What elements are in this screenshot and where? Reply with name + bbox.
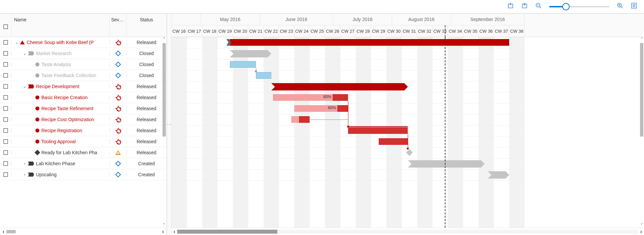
- scroll-thumb[interactable]: [640, 43, 643, 137]
- gantt-task-bar[interactable]: [348, 127, 408, 134]
- table-row[interactable]: ⌄Market ResearchClosed: [0, 48, 167, 59]
- week-cell: CW 18: [202, 25, 218, 37]
- gantt-task-bar[interactable]: [256, 72, 271, 79]
- collapse-icon[interactable]: [521, 2, 528, 11]
- row-checkbox[interactable]: [3, 117, 8, 122]
- week-cell: CW 19: [218, 25, 233, 37]
- row-checkbox[interactable]: [3, 40, 8, 45]
- gantt-task-bar[interactable]: [291, 116, 310, 123]
- scroll-down-icon[interactable]: ˅: [639, 223, 644, 228]
- week-cell: CW 23: [279, 25, 294, 37]
- week-cell: CW 38: [509, 25, 525, 37]
- phase-icon: [28, 84, 34, 88]
- gantt-task-bar[interactable]: 80%: [294, 105, 348, 112]
- gantt-task-bar[interactable]: 80%: [273, 94, 348, 101]
- scroll-thumb[interactable]: [6, 230, 16, 233]
- expand-icon[interactable]: [507, 2, 514, 11]
- gantt-vertical-scrollbar[interactable]: ˄ ˅: [639, 37, 644, 228]
- task-icon: [35, 106, 39, 110]
- grip-icon: ⋮: [167, 123, 172, 127]
- legend-icon[interactable]: [631, 2, 637, 11]
- scroll-left-icon[interactable]: ‹: [174, 229, 175, 235]
- collapse-icon[interactable]: ⌄: [22, 84, 27, 89]
- zoom-slider[interactable]: [549, 6, 609, 7]
- status-text: Released: [126, 139, 167, 144]
- severity-medium-icon: [115, 150, 121, 155]
- progress-label: 80%: [328, 105, 336, 110]
- status-text: Released: [126, 117, 167, 122]
- splitter[interactable]: ⋮: [167, 14, 172, 235]
- gantt-task-bar[interactable]: [379, 138, 408, 145]
- zoom-out-icon[interactable]: [535, 2, 542, 11]
- scroll-up-icon[interactable]: ˄: [639, 37, 644, 42]
- tree-vertical-scrollbar[interactable]: ˄ ˅: [162, 37, 167, 228]
- toolbar: [0, 0, 644, 13]
- select-all-checkbox[interactable]: [3, 24, 8, 29]
- status-text: Released: [126, 40, 167, 45]
- gantt-phase-bar[interactable]: [230, 50, 271, 57]
- scroll-right-icon[interactable]: ›: [640, 229, 642, 235]
- gantt-body[interactable]: 80%80% ˄ ˅: [172, 37, 644, 228]
- row-label: Tooling Approval: [41, 139, 76, 144]
- column-status[interactable]: Status: [126, 14, 167, 37]
- row-checkbox[interactable]: [3, 95, 8, 100]
- gantt-phase-bar[interactable]: [271, 83, 408, 90]
- row-checkbox[interactable]: [3, 172, 8, 177]
- table-row[interactable]: ⌄Cheese Soup with Kobe Beef (PReleased: [0, 37, 167, 48]
- gantt-phase-bar[interactable]: [408, 160, 485, 168]
- timescale-header: May 2016June 2016July 2016August 2016Sep…: [172, 14, 644, 37]
- project-icon: [20, 40, 25, 44]
- today-marker-icon: [444, 37, 447, 38]
- expand-icon[interactable]: ›: [22, 161, 27, 166]
- zoom-slider-thumb[interactable]: [562, 3, 570, 10]
- table-row[interactable]: Recipe RegistrationReleased: [0, 125, 167, 136]
- row-checkbox[interactable]: [3, 128, 8, 133]
- table-row[interactable]: ›Lab Kitchen PhaseCreated: [0, 158, 167, 169]
- severity-low-icon: [115, 51, 121, 56]
- phase-icon: [28, 162, 34, 166]
- row-label: Recipe Development: [36, 84, 79, 89]
- gantt-horizontal-scrollbar[interactable]: ‹ ›: [172, 228, 644, 235]
- table-row[interactable]: ⌄Recipe DevelopmentReleased: [0, 81, 167, 92]
- row-checkbox[interactable]: [3, 139, 8, 144]
- row-checkbox[interactable]: [3, 51, 8, 56]
- task-icon: [35, 62, 39, 66]
- row-checkbox[interactable]: [3, 161, 8, 166]
- gantt-project-bar[interactable]: [230, 39, 509, 46]
- gantt-task-bar[interactable]: [230, 61, 256, 68]
- severity-low-icon: [115, 73, 121, 78]
- status-text: Closed: [126, 51, 167, 56]
- table-row[interactable]: Basic Recipe CreationReleased: [0, 92, 167, 103]
- expand-icon[interactable]: ›: [22, 172, 27, 177]
- row-checkbox[interactable]: [3, 62, 8, 67]
- collapse-icon[interactable]: ⌄: [14, 40, 19, 45]
- tree-horizontal-scrollbar[interactable]: ‹ ›: [0, 228, 167, 235]
- scroll-thumb[interactable]: [163, 43, 166, 137]
- scroll-thumb[interactable]: [177, 230, 277, 234]
- row-checkbox[interactable]: [3, 106, 8, 111]
- table-row[interactable]: Ready for Lab Kitchen PhaReleased: [0, 147, 167, 158]
- table-row[interactable]: Taste Feedback CollectionClosed: [0, 70, 167, 81]
- svg-line-9: [621, 7, 623, 8]
- row-checkbox[interactable]: [3, 84, 8, 89]
- table-row[interactable]: Taste AnalysisClosed: [0, 59, 167, 70]
- week-cell: CW 29: [371, 25, 386, 37]
- scroll-left-icon[interactable]: ‹: [3, 229, 4, 235]
- scroll-up-icon[interactable]: ˄: [162, 37, 167, 42]
- milestone-icon: [35, 150, 40, 155]
- row-checkbox[interactable]: [3, 73, 8, 78]
- scroll-down-icon[interactable]: ˅: [162, 223, 167, 228]
- column-severity[interactable]: Sev…: [110, 14, 126, 37]
- row-checkbox[interactable]: [3, 150, 8, 155]
- status-text: Released: [126, 128, 167, 133]
- status-text: Closed: [126, 62, 167, 67]
- severity-high-icon: [115, 84, 121, 89]
- scroll-right-icon[interactable]: ›: [162, 229, 164, 235]
- table-row[interactable]: Recipe Cost OptimizationReleased: [0, 114, 167, 125]
- table-row[interactable]: ›UpscalingCreated: [0, 169, 167, 180]
- zoom-in-icon[interactable]: [617, 2, 623, 11]
- table-row[interactable]: Tooling ApprovalReleased: [0, 136, 167, 147]
- column-name[interactable]: Name: [11, 14, 110, 37]
- table-row[interactable]: Recipe Taste RefinementReleased: [0, 103, 167, 114]
- collapse-icon[interactable]: ⌄: [22, 51, 27, 56]
